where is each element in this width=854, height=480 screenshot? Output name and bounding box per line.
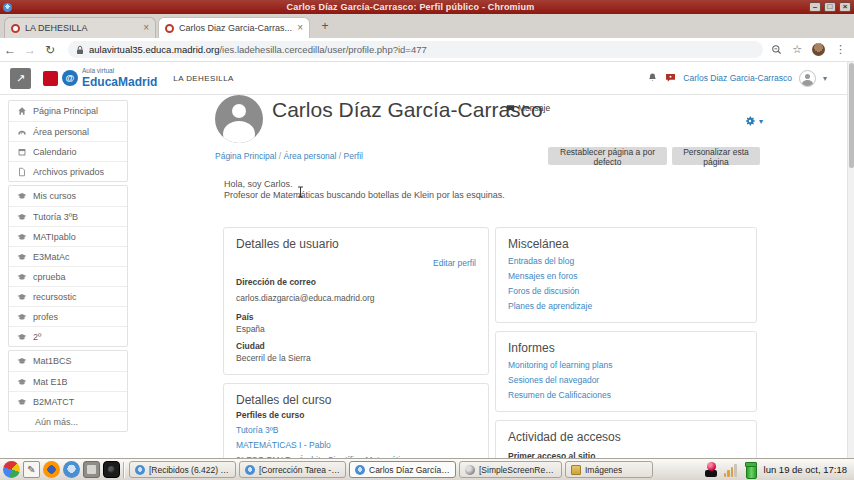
educamadrid-brand[interactable]: Aula virtual EducaMadrid — [82, 68, 157, 88]
taskbar-window-imagenes[interactable]: Imágenes — [565, 461, 653, 478]
sidebar-item-pagina-principal[interactable]: Página Principal — [9, 101, 127, 121]
tab-close-icon[interactable]: × — [297, 23, 303, 33]
screenshot-launcher-icon[interactable] — [83, 461, 100, 478]
course-link[interactable]: Tutoría 3ºB — [236, 425, 476, 435]
course-link[interactable]: MATEMÁTICAS I - Pablo — [236, 440, 476, 450]
sidebar-item-calendario[interactable]: Calendario — [9, 141, 127, 161]
zoom-icon[interactable] — [771, 44, 782, 55]
miscellanea-card: Miscelánea Entradas del blog Mensajes en… — [495, 227, 757, 323]
bookmark-star-icon[interactable]: ☆ — [792, 43, 802, 56]
country-field: País España — [236, 312, 476, 334]
chromium-launcher-icon[interactable] — [63, 461, 80, 478]
graduation-cap-icon — [17, 312, 27, 322]
email-link[interactable]: carlos.diazgarcia@educa.madrid.org — [236, 293, 375, 303]
taskbar-separator — [123, 462, 126, 478]
tab-profile[interactable]: Carlos Diaz Garcia-Carras... × — [158, 17, 310, 38]
reload-button[interactable]: ↻ — [40, 43, 60, 57]
network-signal-icon[interactable] — [724, 463, 739, 477]
taskbar-window-recibidos[interactable]: [Recibidos (6.422) - ... — [129, 461, 236, 478]
taskbar-window-label: Carlos Díaz García-... — [369, 465, 450, 475]
sidebar-item-label: MATIpablo — [33, 232, 76, 242]
maximize-button[interactable]: □ — [824, 2, 836, 12]
messages-icon[interactable] — [665, 73, 676, 83]
back-button[interactable]: ← — [0, 43, 20, 57]
report-link[interactable]: Sesiones del navegador — [508, 375, 744, 385]
nav-drawer: Página Principal Área personal Calendari… — [8, 100, 128, 435]
site-name[interactable]: LA DEHESILLA — [173, 74, 233, 83]
home-icon — [17, 106, 27, 116]
report-link[interactable]: Resumen de Calificaciones — [508, 390, 744, 400]
taskbar-window-profile[interactable]: Carlos Díaz García-... — [349, 461, 456, 478]
tab-close-icon[interactable]: × — [143, 23, 149, 33]
sidebar-item-label: Mis cursos — [33, 191, 76, 201]
header-user-avatar[interactable] — [799, 70, 816, 87]
misc-link[interactable]: Planes de aprendizaje — [508, 301, 744, 311]
browser-menu-icon[interactable]: ⋮ — [835, 43, 846, 56]
sidebar-item-tutoria-3b[interactable]: Tutoría 3ºB — [9, 206, 127, 226]
course-details-card: Detalles del curso Perfiles de curso Tut… — [223, 383, 489, 458]
forward-button[interactable]: → — [20, 43, 40, 57]
misc-link[interactable]: Entradas del blog — [508, 256, 744, 266]
sidebar-item-recursostic[interactable]: recursostic — [9, 286, 127, 306]
taskbar-window-screenrecorder[interactable]: [SimpleScreenReco... — [459, 461, 562, 478]
sidebar-item-label: profes — [33, 312, 58, 322]
sidebar-item-area-personal[interactable]: Área personal — [9, 121, 127, 141]
nav-group-main: Página Principal Área personal Calendari… — [8, 100, 128, 182]
reset-page-button[interactable]: Restablecer página a por defecto — [548, 147, 667, 165]
sidebar-item-e3matac[interactable]: E3MatAc — [9, 246, 127, 266]
graduation-cap-icon — [17, 232, 27, 242]
sidebar-item-cprueba[interactable]: cprueba — [9, 266, 127, 286]
page-title: Carlos Díaz García-Carrasco — [272, 98, 543, 122]
description-line: Hola, soy Carlos. — [224, 179, 505, 190]
misc-link[interactable]: Foros de discusión — [508, 286, 744, 296]
notes-launcher-icon[interactable]: ✎ — [23, 461, 40, 478]
notifications-bell-icon[interactable] — [647, 72, 658, 84]
app-menu-icon[interactable] — [3, 461, 20, 478]
new-tab-button[interactable]: + — [314, 19, 336, 35]
message-label: Mensaje — [518, 103, 550, 113]
browser-profile-avatar[interactable] — [812, 43, 825, 56]
breadcrumb: Página Principal / Área personal / Perfi… — [215, 151, 363, 161]
minimize-button[interactable]: – — [809, 2, 821, 12]
header-user-name[interactable]: Carlos Diaz Garcia-Carrasco — [683, 73, 792, 83]
tab-la-dehesilla[interactable]: LA DEHESILLA × — [4, 17, 156, 38]
sidebar-item-mat-e1b[interactable]: Mat E1B — [9, 371, 127, 391]
recording-tray-icon[interactable] — [704, 462, 719, 477]
taskbar-clock[interactable]: lun 19 de oct, 17:18 — [764, 464, 847, 475]
screenrecorder-launcher-icon[interactable] — [103, 461, 120, 478]
user-menu-caret-icon[interactable]: ▾ — [823, 74, 827, 83]
sidebar-item-archivos-privados[interactable]: Archivos privados — [9, 161, 127, 181]
email-field: Dirección de correo carlos.diazgarcia@ed… — [236, 277, 476, 305]
field-value: Becerril de la Sierra — [236, 353, 476, 363]
breadcrumb-home[interactable]: Página Principal — [215, 151, 276, 161]
gear-icon — [744, 115, 756, 127]
breadcrumb-dashboard[interactable]: Área personal — [284, 151, 337, 161]
url-bar[interactable]: aulavirtual35.educa.madrid.org/ies.ladeh… — [68, 41, 763, 58]
breadcrumb-profile[interactable]: Perfil — [344, 151, 363, 161]
taskbar-window-correccion[interactable]: [Corrección Tarea - ... — [239, 461, 346, 478]
site-header: ↗ @ Aula virtual EducaMadrid LA DEHESILL… — [0, 62, 847, 95]
taskbar: ✎ [Recibidos (6.422) - ... [Corrección T… — [0, 458, 854, 480]
settings-menu[interactable]: ▾ — [744, 115, 763, 127]
sidebar-item-mis-cursos[interactable]: Mis cursos — [9, 186, 127, 206]
edit-profile-link[interactable]: Editar perfil — [433, 258, 476, 268]
sidebar-item-aun-mas[interactable]: Aún más... — [9, 411, 127, 431]
expand-toggle-button[interactable]: ↗ — [10, 68, 31, 89]
chromium-icon — [135, 465, 145, 475]
page-scrollbar[interactable] — [847, 62, 854, 458]
sidebar-item-b2matct[interactable]: B2MATCT — [9, 391, 127, 411]
sidebar-item-profes[interactable]: profes — [9, 306, 127, 326]
folder-icon — [571, 465, 581, 475]
close-button[interactable]: × — [839, 2, 851, 12]
customize-page-button[interactable]: Personalizar esta página — [672, 147, 760, 165]
text-cursor — [297, 186, 304, 198]
firefox-launcher-icon[interactable] — [43, 461, 60, 478]
sidebar-item-mat1bcs[interactable]: Mat1BCS — [9, 351, 127, 371]
scrollbar-thumb[interactable] — [849, 63, 854, 168]
sidebar-item-matipablo[interactable]: MATIpablo — [9, 226, 127, 246]
trash-icon[interactable] — [744, 462, 757, 477]
sidebar-item-2[interactable]: 2º — [9, 326, 127, 346]
message-link[interactable]: Mensaje — [506, 103, 550, 113]
misc-link[interactable]: Mensajes en foros — [508, 271, 744, 281]
report-link[interactable]: Monitoring of learning plans — [508, 360, 744, 370]
